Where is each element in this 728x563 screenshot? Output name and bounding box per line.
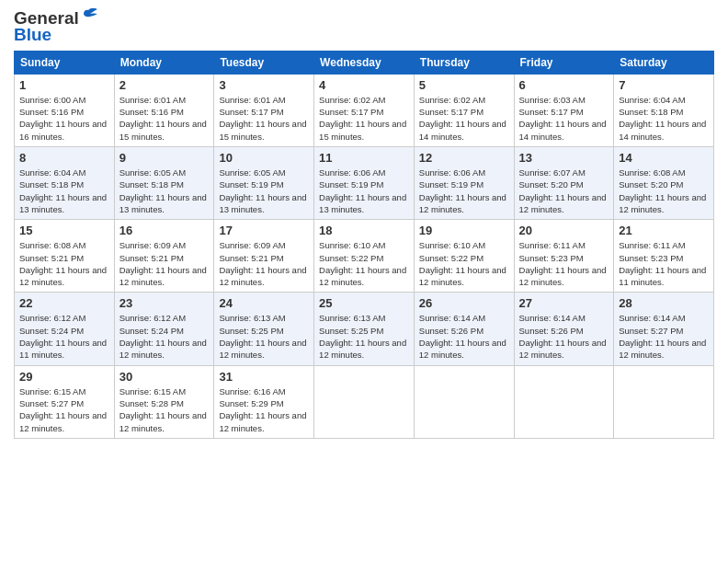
day-number: 16 [119,224,210,237]
calendar-cell: 24 Sunrise: 6:13 AM Sunset: 5:25 PM Dayl… [214,293,314,365]
day-number: 7 [619,78,709,92]
calendar-cell: 8 Sunrise: 6:04 AM Sunset: 5:18 PM Dayli… [15,147,115,220]
day-number: 2 [119,78,210,92]
calendar-cell: 10 Sunrise: 6:05 AM Sunset: 5:19 PM Dayl… [214,147,314,220]
calendar-week-row: 29 Sunrise: 6:15 AM Sunset: 5:27 PM Dayl… [15,365,714,438]
day-info: Sunrise: 6:13 AM Sunset: 5:25 PM Dayligh… [219,312,309,361]
calendar-cell [414,365,514,438]
day-info: Sunrise: 6:05 AM Sunset: 5:19 PM Dayligh… [219,167,309,215]
calendar-cell: 25 Sunrise: 6:13 AM Sunset: 5:25 PM Dayl… [314,293,415,365]
day-number: 26 [419,296,509,310]
calendar-cell: 2 Sunrise: 6:01 AM Sunset: 5:16 PM Dayli… [114,74,214,146]
day-number: 13 [519,151,609,165]
calendar-cell: 5 Sunrise: 6:02 AM Sunset: 5:17 PM Dayli… [414,74,514,146]
weekday-header: Monday [114,51,214,74]
day-number: 31 [219,370,309,384]
calendar-cell: 9 Sunrise: 6:05 AM Sunset: 5:18 PM Dayli… [114,147,214,220]
day-number: 30 [119,370,210,384]
calendar-cell: 6 Sunrise: 6:03 AM Sunset: 5:17 PM Dayli… [514,74,614,146]
day-info: Sunrise: 6:14 AM Sunset: 5:26 PM Dayligh… [519,312,609,361]
day-info: Sunrise: 6:11 AM Sunset: 5:23 PM Dayligh… [519,239,609,288]
day-info: Sunrise: 6:08 AM Sunset: 5:21 PM Dayligh… [19,239,109,288]
page: General Blue SundayMondayTuesdayWednesda… [0,0,728,563]
day-number: 6 [519,78,609,92]
calendar-cell: 19 Sunrise: 6:10 AM Sunset: 5:22 PM Dayl… [414,220,514,293]
day-number: 25 [319,296,409,310]
day-info: Sunrise: 6:03 AM Sunset: 5:17 PM Dayligh… [519,94,609,143]
calendar-cell: 12 Sunrise: 6:06 AM Sunset: 5:19 PM Dayl… [414,147,514,220]
day-number: 9 [119,151,210,165]
day-number: 14 [619,151,709,165]
weekday-header: Thursday [414,51,514,74]
calendar-cell: 11 Sunrise: 6:06 AM Sunset: 5:19 PM Dayl… [314,147,415,220]
day-info: Sunrise: 6:12 AM Sunset: 5:24 PM Dayligh… [119,312,210,361]
day-info: Sunrise: 6:05 AM Sunset: 5:18 PM Dayligh… [119,167,210,215]
day-number: 8 [19,151,109,165]
day-number: 17 [219,224,309,237]
day-info: Sunrise: 6:01 AM Sunset: 5:17 PM Dayligh… [219,94,309,143]
day-info: Sunrise: 6:04 AM Sunset: 5:18 PM Dayligh… [619,94,709,143]
day-info: Sunrise: 6:06 AM Sunset: 5:19 PM Dayligh… [419,167,509,215]
calendar-cell: 28 Sunrise: 6:14 AM Sunset: 5:27 PM Dayl… [614,293,714,365]
day-info: Sunrise: 6:10 AM Sunset: 5:22 PM Dayligh… [419,239,509,288]
day-info: Sunrise: 6:07 AM Sunset: 5:20 PM Dayligh… [519,167,609,215]
calendar-header-row: SundayMondayTuesdayWednesdayThursdayFrid… [15,51,714,74]
day-info: Sunrise: 6:10 AM Sunset: 5:22 PM Dayligh… [319,239,409,288]
day-number: 22 [19,296,109,310]
day-number: 10 [219,151,309,165]
calendar-cell: 16 Sunrise: 6:09 AM Sunset: 5:21 PM Dayl… [114,220,214,293]
day-number: 5 [419,78,509,92]
calendar-table: SundayMondayTuesdayWednesdayThursdayFrid… [14,51,714,439]
calendar-cell [614,365,714,438]
calendar-cell [514,365,614,438]
calendar-cell: 31 Sunrise: 6:16 AM Sunset: 5:29 PM Dayl… [214,365,314,438]
calendar-week-row: 1 Sunrise: 6:00 AM Sunset: 5:16 PM Dayli… [15,74,714,146]
day-info: Sunrise: 6:06 AM Sunset: 5:19 PM Dayligh… [319,167,409,215]
day-info: Sunrise: 6:16 AM Sunset: 5:29 PM Dayligh… [219,385,309,434]
calendar-cell: 13 Sunrise: 6:07 AM Sunset: 5:20 PM Dayl… [514,147,614,220]
day-number: 28 [619,296,709,310]
calendar-cell: 23 Sunrise: 6:12 AM Sunset: 5:24 PM Dayl… [114,293,214,365]
day-number: 11 [319,151,409,165]
calendar-cell: 15 Sunrise: 6:08 AM Sunset: 5:21 PM Dayl… [15,220,115,293]
calendar-cell: 18 Sunrise: 6:10 AM Sunset: 5:22 PM Dayl… [314,220,415,293]
calendar-cell: 29 Sunrise: 6:15 AM Sunset: 5:27 PM Dayl… [15,365,115,438]
calendar-week-row: 8 Sunrise: 6:04 AM Sunset: 5:18 PM Dayli… [15,147,714,220]
logo: General Blue [14,9,101,45]
calendar-cell: 1 Sunrise: 6:00 AM Sunset: 5:16 PM Dayli… [15,74,115,146]
day-number: 15 [19,224,109,237]
calendar-cell: 22 Sunrise: 6:12 AM Sunset: 5:24 PM Dayl… [15,293,115,365]
day-info: Sunrise: 6:14 AM Sunset: 5:27 PM Dayligh… [619,312,709,361]
weekday-header: Wednesday [314,51,415,74]
day-info: Sunrise: 6:12 AM Sunset: 5:24 PM Dayligh… [19,312,109,361]
calendar-cell: 7 Sunrise: 6:04 AM Sunset: 5:18 PM Dayli… [614,74,714,146]
day-info: Sunrise: 6:01 AM Sunset: 5:16 PM Dayligh… [119,94,210,143]
day-info: Sunrise: 6:00 AM Sunset: 5:16 PM Dayligh… [19,94,109,143]
day-info: Sunrise: 6:02 AM Sunset: 5:17 PM Dayligh… [419,94,509,143]
day-info: Sunrise: 6:04 AM Sunset: 5:18 PM Dayligh… [19,167,109,215]
day-number: 21 [619,224,709,237]
day-number: 29 [19,370,109,384]
day-number: 24 [219,296,309,310]
day-number: 27 [519,296,609,310]
day-info: Sunrise: 6:13 AM Sunset: 5:25 PM Dayligh… [319,312,409,361]
calendar-cell [314,365,415,438]
day-number: 18 [319,224,409,237]
calendar-cell: 21 Sunrise: 6:11 AM Sunset: 5:23 PM Dayl… [614,220,714,293]
day-info: Sunrise: 6:09 AM Sunset: 5:21 PM Dayligh… [119,239,210,288]
day-info: Sunrise: 6:15 AM Sunset: 5:28 PM Dayligh… [119,385,210,434]
calendar-cell: 17 Sunrise: 6:09 AM Sunset: 5:21 PM Dayl… [214,220,314,293]
calendar-cell: 30 Sunrise: 6:15 AM Sunset: 5:28 PM Dayl… [114,365,214,438]
calendar-cell: 14 Sunrise: 6:08 AM Sunset: 5:20 PM Dayl… [614,147,714,220]
calendar-cell: 20 Sunrise: 6:11 AM Sunset: 5:23 PM Dayl… [514,220,614,293]
logo-blue: Blue [14,25,51,45]
calendar-cell: 3 Sunrise: 6:01 AM Sunset: 5:17 PM Dayli… [214,74,314,146]
calendar-cell: 26 Sunrise: 6:14 AM Sunset: 5:26 PM Dayl… [414,293,514,365]
weekday-header: Saturday [614,51,714,74]
header: General Blue [14,9,714,45]
calendar-cell: 4 Sunrise: 6:02 AM Sunset: 5:17 PM Dayli… [314,74,415,146]
day-number: 23 [119,296,210,310]
day-number: 3 [219,78,309,92]
weekday-header: Friday [514,51,614,74]
day-info: Sunrise: 6:15 AM Sunset: 5:27 PM Dayligh… [19,385,109,434]
